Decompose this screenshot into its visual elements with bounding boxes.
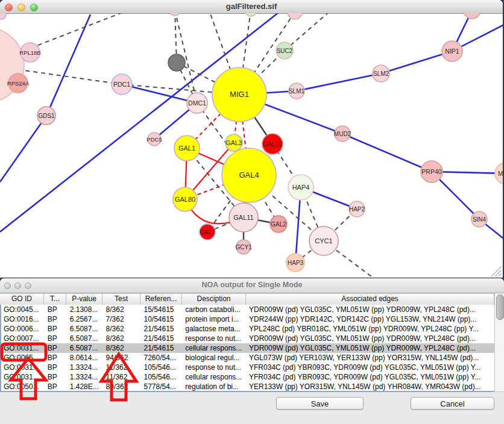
node-hap3[interactable]: HAP3 [286,254,304,272]
table-cell: 11/362 [104,372,142,382]
node-label: GCY1 [235,244,252,251]
node-gal4[interactable]: GAL4 [222,148,276,202]
node-gal3[interactable]: GAL3 [225,134,242,151]
node-prp40[interactable]: PRP40 [421,161,443,182]
node-dmc1[interactable]: DMC1 [187,93,207,113]
table-cell: 21/54615 [141,324,183,334]
table-row[interactable]: GO:0050...BP1.428E...80/3625778/54...reg… [1,382,494,391]
table-row-selected[interactable]: GO:0031...BP6.5087...8/36221/54615cellul… [1,343,494,353]
node-top-sliver-green[interactable] [245,13,257,16]
node-nip1[interactable]: NIP1 [442,41,462,61]
table-row[interactable]: GO:0007...BP6.5087...8/36221/54615respon… [1,334,494,343]
column-header-associated-edges[interactable]: Associated edges [246,294,494,305]
node-top-sliver-2[interactable] [288,13,302,19]
resize-grip-icon[interactable] [488,263,502,277]
node-label: PRP40 [421,168,441,175]
table-row[interactable]: GO:0065...BP8.0614...94/3627260/54...bio… [1,353,494,363]
table-cell: 6.5087... [68,334,104,343]
table-cell: YER133W (pp) YOR315W, YNL145W (pd) YHR08… [247,382,494,391]
node-gal7[interactable]: GAL7 [200,224,215,240]
table-cell: BP [45,343,68,353]
node-mig1[interactable]: MIG1 [212,67,266,122]
table-cell: 2.1308... [68,305,104,314]
node-gal10[interactable]: GAL10 [262,134,283,154]
node-label: GAL2 [271,221,286,228]
network-canvas[interactable]: RPL18BRPS24AGDS1PDC1PDC5MIG1SUC2SLM1DMC1… [0,13,503,278]
node-label: GAL10 [263,140,283,148]
table-cell: 94/362 [104,353,142,363]
edge-pp[interactable] [381,51,452,73]
node-label: GAL3 [226,139,242,146]
column-header-go-id[interactable]: GO ID [0,294,44,305]
node-gal1[interactable]: GAL1 [174,136,200,161]
column-header-test[interactable]: Test [102,294,140,305]
table-row[interactable]: GO:0045...BP2.1308...8/36215/54615carbon… [1,305,494,314]
noa-window-title: NOA output for Single Mode [0,281,504,289]
node-pdc1[interactable]: PDC1 [112,74,132,95]
node-gal2[interactable]: GAL2 [270,216,287,232]
node-gcy1[interactable]: GCY1 [235,240,252,254]
node-label: GAL4 [239,170,259,179]
table-row[interactable]: GO:0006...BP6.5087...8/36221/54615galact… [1,324,494,334]
node-cyc1[interactable]: CYC1 [309,226,338,255]
node-suc2[interactable]: SUC2 [276,42,293,59]
node-corner-tl[interactable] [0,13,6,19]
table-cell: GO:0031... [1,372,45,382]
edge-pp[interactable] [122,84,197,103]
node-label: SLM2 [373,70,389,77]
node-label: MIG1 [230,90,249,99]
table-cell: YDR009W (pd) YGL035C, YML051W (pp) YDR00… [247,343,494,353]
table-scrollbar-thumb[interactable] [496,295,504,320]
network-window-titlebar[interactable]: galFiltered.sif [0,0,503,14]
node-label: CYC1 [315,237,332,245]
table-row[interactable]: GO:0016...BP6.2567...7/36210/54615protei… [1,314,494,324]
node-hap4[interactable]: HAP4 [288,175,313,200]
table-cell: 6.5087... [68,343,104,353]
table-cell: 6.5087... [68,324,104,334]
table-cell: 11/362 [104,363,142,372]
table-cell: YFR034C (pd) YBR093C, YDR009W (pd) YGL03… [247,372,494,382]
node-gal80[interactable]: GAL80 [173,187,197,211]
table-cell: BP [45,334,68,343]
table-cell: cellular respons... [183,372,247,382]
node-hap2[interactable]: HAP2 [349,201,365,217]
table-row[interactable]: GO:0031...BP1.3324...11/362105/546...res… [1,363,494,372]
table-cell: YGL073W (pd) YER103W, YER133W (pp) YOR31… [247,353,494,363]
column-header-referen-[interactable]: Referen... [140,294,182,305]
column-header-p-value[interactable]: P-value [66,294,102,305]
table-cell: regulation of bi... [183,382,247,391]
node-mud2[interactable]: MUD2 [334,126,351,142]
table-cell: 105/546... [141,372,183,382]
node-top-right[interactable] [464,13,480,19]
table-row[interactable]: GO:0031...BP1.3324...11/362105/546...cel… [1,372,494,382]
node-gal11[interactable]: GAL11 [229,203,258,232]
edge-pp[interactable] [46,14,90,116]
table-scrollbar[interactable] [494,293,504,392]
column-header-t-[interactable]: T... [44,294,66,305]
node-slm2[interactable]: SLM2 [373,65,389,82]
node-label: HAP2 [349,206,365,213]
node-slm1[interactable]: SLM1 [289,83,305,99]
table-cell: 8/362 [104,324,142,334]
node-pdc5[interactable]: PDC5 [146,132,162,146]
node-sin4[interactable]: SIN4 [471,211,487,227]
edge-pp[interactable] [0,116,46,182]
node-label: HAP3 [288,260,304,266]
table-cell: YFR034C (pd) YBR093C, YDR009W (pd) YGL03… [247,363,494,372]
table-cell: 1.3324... [68,363,104,372]
edge-pp[interactable] [342,134,432,172]
noa-window-titlebar[interactable]: NOA output for Single Mode [0,278,504,293]
table-cell: GO:0045... [1,305,45,314]
node-rpl18b[interactable]: RPL18B [19,43,40,62]
node-top-sliver-1[interactable] [169,13,180,16]
node-msl5[interactable]: MSL5 [495,163,503,184]
node-label: PDC1 [113,81,130,88]
cancel-button[interactable]: Cancel [411,397,494,410]
network-window: galFiltered.sif RPL18BRPS24AGDS1PDC1PDC5… [0,0,503,278]
edge-pp[interactable] [297,73,381,91]
node-label: GAL11 [233,214,253,221]
column-header-desciption[interactable]: Desciption [182,294,246,305]
node-gds1[interactable]: GDS1 [37,107,55,125]
node-gray-node[interactable] [168,54,185,71]
save-button[interactable]: Save [276,397,364,410]
